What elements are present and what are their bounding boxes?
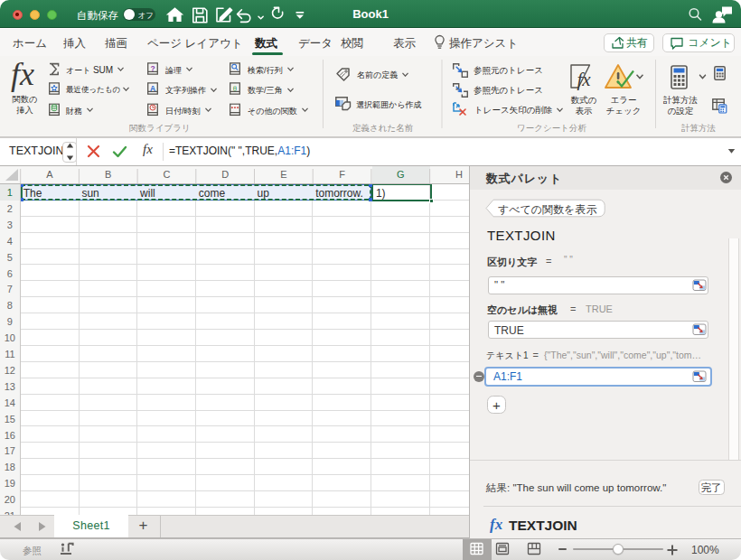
svg-text:θ: θ: [233, 84, 237, 93]
svg-text:A: A: [150, 84, 155, 93]
svg-text:fx: fx: [577, 69, 592, 90]
svg-text:?: ?: [150, 64, 155, 73]
